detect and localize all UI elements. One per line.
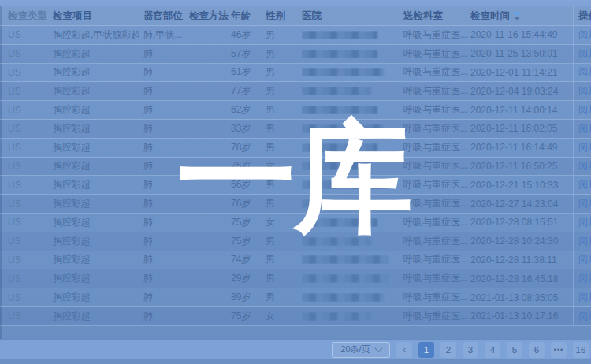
- view-images-link[interactable]: 阅片: [578, 197, 591, 210]
- view-images-link[interactable]: 阅片: [578, 84, 591, 98]
- more-pages-button[interactable]: •••: [551, 342, 567, 358]
- hospital-cell: [302, 124, 403, 133]
- exam-time-cell: 2021-01-13 08:35:05: [470, 292, 573, 303]
- exam-type-cell: US: [8, 273, 53, 284]
- page-button-2[interactable]: 2: [440, 342, 456, 358]
- exam-type-cell: US: [8, 180, 53, 191]
- view-images-link[interactable]: 阅片: [578, 272, 591, 285]
- age-cell: 78岁: [231, 141, 266, 154]
- exam-time-cell: 2020-12-11 16:14:49: [470, 142, 573, 153]
- hospital-name-redacted: [302, 180, 384, 189]
- exam-item-cell: 胸腔彩超: [53, 159, 143, 173]
- view-images-link[interactable]: 阅片: [578, 141, 591, 154]
- view-images-link[interactable]: 阅片: [578, 216, 591, 229]
- age-cell: 75岁: [231, 310, 266, 323]
- hospital-name-redacted: [302, 162, 371, 170]
- hospital-name-redacted: [302, 293, 384, 302]
- prev-page-icon: ‹: [403, 344, 406, 355]
- hospital-name-redacted: [302, 106, 377, 114]
- actions-cell: 阅片: [573, 101, 591, 119]
- column-header-actions: 操作: [573, 6, 591, 25]
- view-images-link[interactable]: 阅片: [578, 253, 591, 266]
- exam-item-cell: 胸腔彩超: [53, 291, 143, 304]
- column-header-method: 检查方法: [189, 9, 231, 23]
- column-header-hospital: 医院: [302, 9, 403, 23]
- view-images-link[interactable]: 阅片: [578, 47, 591, 61]
- exam-list-screen: 检查类型 检查项目 器官部位 检查方法 年龄 性别 医院 送检科室 检查时间 操…: [0, 0, 591, 364]
- column-header-exam-item: 检查项目: [53, 9, 143, 23]
- view-images-link[interactable]: 阅片: [578, 103, 591, 117]
- age-cell: 66岁: [231, 178, 266, 191]
- page-size-label: 20条/页: [340, 344, 370, 355]
- exam-item-cell: 胸腔彩超: [53, 178, 143, 191]
- department-cell: 呼吸与重症医...: [403, 122, 470, 136]
- actions-cell: 阅片: [573, 139, 591, 157]
- sort-carets[interactable]: [514, 11, 520, 20]
- organ-cell: 肺: [143, 47, 189, 61]
- page-button-4[interactable]: 4: [485, 342, 500, 358]
- actions-cell: 阅片: [573, 195, 591, 213]
- exam-type-cell: US: [8, 105, 53, 116]
- department-cell: 呼吸与重症医...: [403, 159, 470, 173]
- actions-cell: 阅片: [573, 26, 591, 44]
- organ-cell: 肺: [143, 291, 189, 304]
- view-images-link[interactable]: 阅片: [578, 65, 591, 79]
- department-cell: 呼吸与重症医...: [403, 235, 470, 248]
- gender-cell: 男: [266, 253, 302, 266]
- hospital-name-redacted: [302, 312, 371, 321]
- page-button-6[interactable]: 6: [529, 342, 545, 358]
- hospital-name-redacted: [302, 143, 377, 152]
- hospital-cell: [302, 255, 403, 264]
- exam-time-cell: 2020-12-27 14:23:04: [470, 199, 573, 210]
- table-row: US 胸腔彩超 肺 75岁 男 呼吸与重症医... 2020-12-28 10:…: [0, 232, 591, 251]
- age-cell: 61岁: [231, 65, 266, 79]
- hospital-cell: [302, 162, 403, 170]
- hospital-name-redacted: [302, 68, 384, 76]
- table-row: US 胸腔彩超 肺 61岁 男 呼吸与重症医... 2020-12-01 11:…: [0, 64, 591, 83]
- view-images-link[interactable]: 阅片: [578, 310, 591, 323]
- exam-type-cell: US: [8, 123, 53, 134]
- exam-type-cell: US: [8, 67, 53, 78]
- organ-cell: 肺: [143, 122, 189, 136]
- organ-cell: 肺,甲状...: [143, 28, 189, 42]
- view-images-link[interactable]: 阅片: [578, 122, 591, 136]
- page-button-5[interactable]: 5: [507, 342, 522, 358]
- exam-item-cell: 胸腔彩超: [53, 103, 143, 117]
- hospital-name-redacted: [302, 87, 371, 95]
- gender-cell: 男: [266, 47, 302, 61]
- gender-cell: 男: [266, 28, 302, 42]
- exam-time-cell: 2020-12-28 10:24:30: [470, 236, 573, 247]
- page-button-3[interactable]: 3: [463, 342, 478, 358]
- department-cell: 呼吸与重症医...: [403, 310, 470, 323]
- exam-time-cell: 2020-12-28 08:15:51: [470, 217, 573, 228]
- column-header-exam-time[interactable]: 检查时间: [470, 9, 573, 23]
- view-images-link[interactable]: 阅片: [578, 28, 591, 42]
- department-cell: 呼吸与重症医...: [403, 103, 470, 117]
- gender-cell: 男: [266, 178, 302, 191]
- exam-type-cell: US: [8, 161, 53, 172]
- page-button-1[interactable]: 1: [418, 342, 434, 358]
- view-images-link[interactable]: 阅片: [578, 159, 591, 173]
- prev-page-button[interactable]: ‹: [396, 342, 412, 358]
- sort-descending-icon: [514, 17, 520, 20]
- age-cell: 75岁: [231, 216, 266, 229]
- exam-time-cell: 2020-12-21 15:10:33: [470, 180, 573, 191]
- view-images-link[interactable]: 阅片: [578, 178, 591, 191]
- gender-cell: 男: [266, 141, 302, 154]
- page-size-select[interactable]: 20条/页: [332, 342, 390, 358]
- column-header-gender: 性别: [266, 9, 302, 23]
- hospital-cell: [302, 218, 403, 227]
- age-cell: 75岁: [231, 235, 266, 248]
- department-cell: 呼吸与重症医...: [403, 28, 470, 42]
- department-cell: 呼吸与重症医...: [403, 65, 470, 79]
- column-header-age: 年龄: [231, 9, 266, 23]
- column-header-exam-time-label: 检查时间: [470, 9, 510, 23]
- actions-cell: 阅片: [573, 158, 591, 176]
- hospital-cell: [302, 31, 403, 39]
- exam-time-cell: 2020-12-28 11:38:11: [470, 254, 573, 266]
- view-images-link[interactable]: 阅片: [578, 235, 591, 248]
- view-images-link[interactable]: 阅片: [578, 291, 591, 304]
- department-cell: 呼吸与重症医...: [403, 253, 470, 266]
- page-button-last[interactable]: 16: [573, 342, 589, 358]
- actions-cell: 阅片: [573, 232, 591, 251]
